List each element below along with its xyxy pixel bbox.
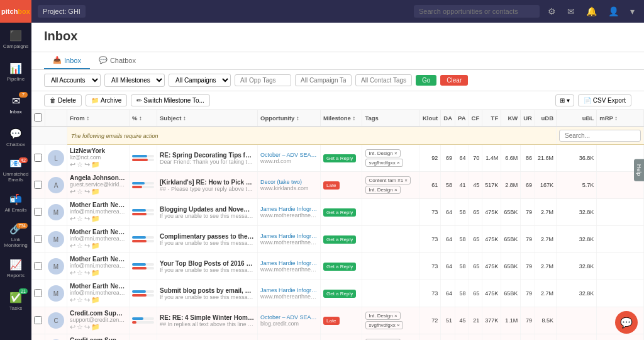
archive-row-icon[interactable]: 📁 <box>91 296 100 304</box>
tag[interactable]: svgfhvdfgxx × <box>365 159 402 167</box>
row-checkbox[interactable] <box>34 289 42 297</box>
th-subject[interactable]: Subject ↕ <box>157 110 258 127</box>
opportunity-name[interactable]: October – ADV SEARCH! <box>260 152 318 158</box>
topbar-search-input[interactable] <box>414 5 540 18</box>
sidebar-item-tasks[interactable]: 21 ✅ Tasks <box>0 285 31 317</box>
reply-icon[interactable]: ↩ <box>70 188 75 196</box>
opp-tags-filter[interactable] <box>235 74 291 86</box>
th-opportunity[interactable]: Opportunity ↕ <box>258 110 321 127</box>
star-icon[interactable]: ☆ <box>77 188 83 196</box>
milestones-filter[interactable]: All Milestones <box>104 74 165 87</box>
sidebar-item-link-monitoring[interactable]: 734 🔗 Link Monitoring <box>0 219 31 252</box>
star-icon[interactable]: ☆ <box>77 296 83 304</box>
help-button[interactable]: Help <box>634 159 644 181</box>
star-icon[interactable]: ☆ <box>77 161 83 169</box>
reply-icon[interactable]: ↩ <box>70 323 75 331</box>
row-subject-cell[interactable]: Submit blog posts by email, 4pm through … <box>157 280 258 307</box>
opportunity-name[interactable]: James Hardie Infographic <box>260 206 318 212</box>
forward-icon[interactable]: ↪ <box>84 323 90 331</box>
reply-icon[interactable]: ↩ <box>70 161 75 169</box>
tag[interactable]: Content fam #1 × <box>365 176 411 184</box>
star-icon[interactable]: ☆ <box>77 323 83 331</box>
sidebar-item-inbox[interactable]: 7 ✉ Inbox <box>0 88 31 121</box>
contact-tags-filter[interactable] <box>355 74 412 86</box>
row-checkbox[interactable] <box>34 235 42 243</box>
campaigns-filter[interactable]: All Campaigns <box>169 74 231 87</box>
select-all-checkbox[interactable] <box>34 113 42 122</box>
row-subject-cell[interactable]: Your Top Blog Posts of 2016 on www.Mothe… <box>157 253 258 280</box>
reply-icon[interactable]: ↩ <box>70 296 75 304</box>
settings-icon[interactable]: ⚙ <box>545 5 559 18</box>
table-search-input[interactable] <box>559 130 641 142</box>
archive-row-icon[interactable]: 📁 <box>91 323 100 331</box>
get-reply-button[interactable]: Get a Reply <box>323 290 356 298</box>
row-subject-cell[interactable]: RE: RE: 4 Simple Winter Home Projects Th… <box>157 307 258 334</box>
opportunity-name[interactable]: Decor (take two) <box>260 179 318 185</box>
sidebar-item-reports[interactable]: 📈 Reports <box>0 252 31 285</box>
sidebar-item-campaigns[interactable]: ⬛ Campaigns <box>0 23 31 55</box>
row-subject-cell[interactable]: [Kirkland's] RE: How to Pick Wall Décor … <box>157 172 258 199</box>
row-checkbox[interactable] <box>34 208 42 216</box>
delete-button[interactable]: 🗑 Delete <box>44 94 82 106</box>
th-mrp[interactable]: mRP ↕ <box>597 110 644 127</box>
tab-chatbox[interactable]: 💬 Chatbox <box>90 52 145 69</box>
get-reply-button[interactable]: Get a Reply <box>323 263 356 271</box>
user-icon[interactable]: 👤 <box>605 5 622 18</box>
archive-row-icon[interactable]: 📁 <box>91 269 100 277</box>
bell-icon[interactable]: 🔔 <box>583 5 600 18</box>
view-toggle-button[interactable]: ⊞ ▾ <box>555 94 574 106</box>
reply-icon[interactable]: ↩ <box>70 269 75 277</box>
archive-row-icon[interactable]: 📁 <box>91 215 100 223</box>
clear-button[interactable]: Clear <box>440 75 468 86</box>
opportunity-name[interactable]: James Hardie Infographic <box>260 260 318 266</box>
th-milestone[interactable]: Milestone ↕ <box>321 110 362 127</box>
project-selector[interactable]: Project: GHI <box>38 5 86 18</box>
row-checkbox[interactable] <box>34 262 42 270</box>
menu-icon[interactable]: ▾ <box>627 5 638 18</box>
star-icon[interactable]: ☆ <box>77 242 83 250</box>
get-reply-button[interactable]: Get a Reply <box>323 235 356 244</box>
reply-icon[interactable]: ↩ <box>70 242 75 250</box>
row-subject-cell[interactable]: Blogging Updates and November 2016 Top P… <box>157 199 258 226</box>
get-reply-button[interactable]: Get a Reply <box>323 154 356 162</box>
csv-export-button[interactable]: 📄 CSV Export <box>578 94 631 106</box>
row-subject-cell[interactable]: Complimentary passes to the Texas Mother… <box>157 226 258 253</box>
archive-row-icon[interactable]: 📁 <box>91 242 100 250</box>
forward-icon[interactable]: ↪ <box>84 269 90 277</box>
sidebar-item-chatbox[interactable]: 💬 Chatbox <box>0 121 31 154</box>
forward-icon[interactable]: ↪ <box>84 242 90 250</box>
forward-icon[interactable]: ↪ <box>84 188 90 196</box>
late-button[interactable]: Late <box>323 181 340 190</box>
sidebar-item-all-emails[interactable]: 📬 All Emails <box>0 186 31 219</box>
forward-icon[interactable]: ↪ <box>84 296 90 304</box>
archive-button[interactable]: 📁 Archive <box>86 94 127 106</box>
star-icon[interactable]: ☆ <box>77 215 83 223</box>
chat-support-button[interactable]: 💬 <box>615 311 638 334</box>
sidebar-item-unmatched[interactable]: 42 📧 Unmatched Emails <box>0 154 31 186</box>
get-reply-button[interactable]: Get a Reply <box>323 208 356 217</box>
row-checkbox[interactable] <box>34 316 42 324</box>
switch-milestone-button[interactable]: ✏ Switch Milestone To... <box>131 94 210 106</box>
opportunity-name[interactable]: October – ADV SEARCH! <box>260 314 318 320</box>
tab-inbox[interactable]: 📥 Inbox <box>44 52 90 69</box>
row-subject-cell[interactable]: RE: Spring Decorating Tips for Your Home… <box>157 145 258 172</box>
tag[interactable]: Int. Design × <box>365 312 400 320</box>
row-checkbox[interactable] <box>34 181 42 189</box>
reply-icon[interactable]: ↩ <box>70 215 75 223</box>
tag[interactable]: Int. Design × <box>365 186 400 194</box>
accounts-filter[interactable]: All Accounts <box>44 74 101 87</box>
late-button[interactable]: Late <box>323 317 340 325</box>
star-icon[interactable]: ☆ <box>77 269 83 277</box>
opportunity-name[interactable]: James Hardie Infographic <box>260 233 318 239</box>
row-subject-cell[interactable]: Checking in about your Credit.com suppor… <box>157 334 258 341</box>
opportunity-name[interactable]: James Hardie Infographic <box>260 287 318 293</box>
th-from[interactable]: From ↕ <box>67 110 130 127</box>
campaign-tags-filter[interactable] <box>295 74 352 86</box>
archive-row-icon[interactable]: 📁 <box>91 161 100 169</box>
th-pct[interactable]: % ↕ <box>130 110 157 127</box>
tag[interactable]: svgfhvdfgxx × <box>365 321 402 329</box>
forward-icon[interactable]: ↪ <box>84 215 90 223</box>
row-checkbox[interactable] <box>34 154 42 162</box>
forward-icon[interactable]: ↪ <box>84 161 90 169</box>
mail-icon[interactable]: ✉ <box>564 5 578 18</box>
